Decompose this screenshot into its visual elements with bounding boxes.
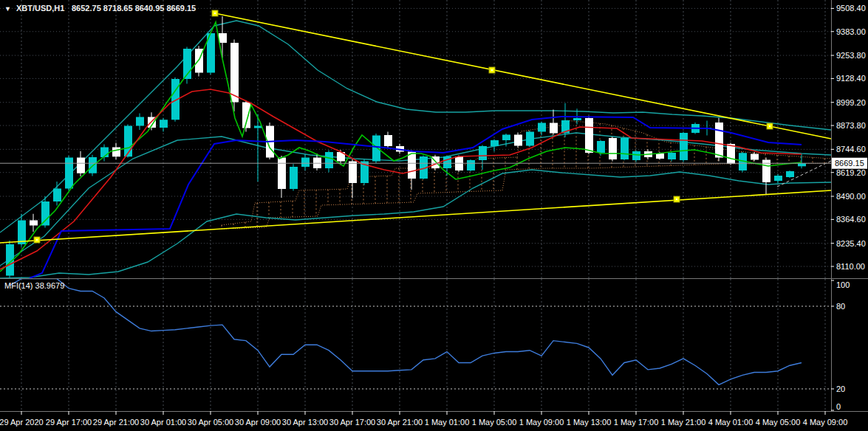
- mfi-line: [10, 279, 802, 385]
- candle-up: [479, 145, 487, 170]
- candle-up: [538, 122, 546, 136]
- sub-axis-label: 20: [836, 385, 845, 393]
- trading-chart-window[interactable]: 9508.409383.009253.809128.408999.208873.…: [0, 0, 868, 431]
- trendline-handle-center: [491, 69, 493, 71]
- candle-up: [160, 118, 168, 132]
- candle-down: [195, 46, 203, 76]
- panel-separators: [0, 0, 868, 412]
- candle-up: [136, 114, 144, 131]
- price-axis-label: 9128.40: [836, 74, 866, 83]
- price-axis-label: 8873.80: [836, 121, 866, 130]
- symbol-title-overlay: ▼ XBT/USD,H1 8652.75 8718.65 8640.95 866…: [4, 4, 196, 13]
- candle-up: [325, 151, 333, 173]
- price-axis-label: 9253.80: [836, 51, 866, 60]
- candle-down: [550, 110, 558, 135]
- candle-down: [278, 156, 286, 198]
- candle-down: [609, 137, 617, 162]
- candle-down: [408, 151, 416, 190]
- current-price-label: 8669.15: [835, 159, 864, 168]
- time-axis-label: 1 May 17:00: [614, 418, 659, 427]
- candle-up: [632, 151, 640, 162]
- price-axis-label: 8744.60: [836, 145, 866, 154]
- time-axis-label: 1 May 09:00: [519, 418, 564, 427]
- price-axis-label: 8490.00: [836, 192, 866, 201]
- candle-down: [514, 133, 522, 148]
- candle-down: [242, 100, 250, 132]
- candle-down: [751, 152, 759, 162]
- time-axis-label: 4 May 09:00: [803, 418, 848, 427]
- candle-up: [739, 152, 747, 173]
- candle-up: [798, 154, 806, 168]
- band-lower-line: [0, 170, 831, 278]
- candle-up: [786, 170, 794, 178]
- chart-canvas[interactable]: 9508.409383.009253.809128.408999.208873.…: [0, 0, 868, 431]
- candle-up: [290, 164, 298, 190]
- candle-up: [621, 137, 629, 160]
- candle-up: [53, 182, 61, 206]
- time-axis-label: 4 May 01:00: [708, 418, 753, 427]
- candle-up: [491, 139, 499, 152]
- trendline-handle-center: [36, 239, 38, 241]
- price-axis-label: 8235.40: [836, 239, 866, 248]
- descending-trendline: [215, 13, 831, 139]
- time-axis-label: 30 Apr 13:00: [282, 418, 328, 427]
- candle-up: [65, 156, 73, 191]
- candle-up: [774, 174, 782, 184]
- time-axis-label: 1 May 21:00: [661, 418, 706, 427]
- time-axis-label: 30 Apr 01:00: [140, 418, 186, 427]
- ohlc-values-label: 8652.75 8718.65 8640.95 8669.15: [72, 4, 196, 13]
- sub-axis-label: 0: [836, 402, 841, 411]
- time-axis-label: 30 Apr 21:00: [377, 418, 423, 427]
- time-axis-label: 1 May 13:00: [567, 418, 612, 427]
- candle-down: [77, 151, 85, 176]
- candle-up: [467, 159, 475, 171]
- time-axis-label: 29 Apr 17:00: [46, 418, 92, 427]
- price-axis-label: 8364.60: [836, 215, 866, 224]
- red-ma-line: [0, 89, 802, 269]
- candle-down: [585, 116, 593, 154]
- time-axis[interactable]: 29 Apr 202029 Apr 17:0029 Apr 21:0030 Ap…: [0, 411, 847, 427]
- candle-down: [384, 132, 392, 149]
- price-axis-label: 9508.40: [836, 4, 866, 13]
- price-axis[interactable]: 9508.409383.009253.809128.408999.208873.…: [831, 4, 867, 271]
- sub-axis-label: 100: [836, 280, 850, 289]
- time-axis-label: 30 Apr 05:00: [188, 418, 233, 427]
- candle-up: [526, 131, 534, 147]
- trendline-handle-center: [214, 13, 216, 14]
- time-axis-label: 1 May 05:00: [472, 418, 517, 427]
- time-axis-label: 4 May 05:00: [756, 418, 801, 427]
- time-axis-label: 1 May 01:00: [425, 418, 470, 427]
- trendline-handle-center: [769, 125, 770, 127]
- candle-down: [219, 16, 227, 58]
- sub-axis-label: 80: [836, 302, 845, 311]
- price-axis-label: 8110.00: [836, 262, 865, 271]
- time-axis-label: 29 Apr 2020: [0, 418, 44, 427]
- time-axis-label: 29 Apr 21:00: [93, 418, 139, 427]
- mfi-indicator-label: MFI(14) 38.9679: [4, 281, 64, 290]
- candle-up: [668, 152, 676, 162]
- candle-down: [349, 159, 357, 199]
- candle-up: [680, 132, 688, 162]
- trendline-handle-center: [676, 199, 677, 200]
- mfi-polyline: [10, 279, 802, 385]
- symbol-period-label: XBT/USD,H1: [16, 4, 64, 13]
- candle-up: [301, 154, 310, 171]
- sub-panel-grid: [0, 279, 831, 411]
- price-axis-label: 8999.20: [836, 98, 866, 107]
- candle-down: [455, 156, 463, 173]
- sub-indicator-axis[interactable]: 10080200: [831, 280, 850, 411]
- candle-up: [372, 134, 380, 163]
- time-axis-label: 30 Apr 17:00: [329, 418, 375, 427]
- time-axis-label: 30 Apr 09:00: [235, 418, 281, 427]
- symbol-dropdown-icon: ▼: [4, 5, 11, 13]
- price-axis-label: 9383.00: [836, 27, 866, 36]
- price-axis-label: 8619.20: [836, 168, 866, 177]
